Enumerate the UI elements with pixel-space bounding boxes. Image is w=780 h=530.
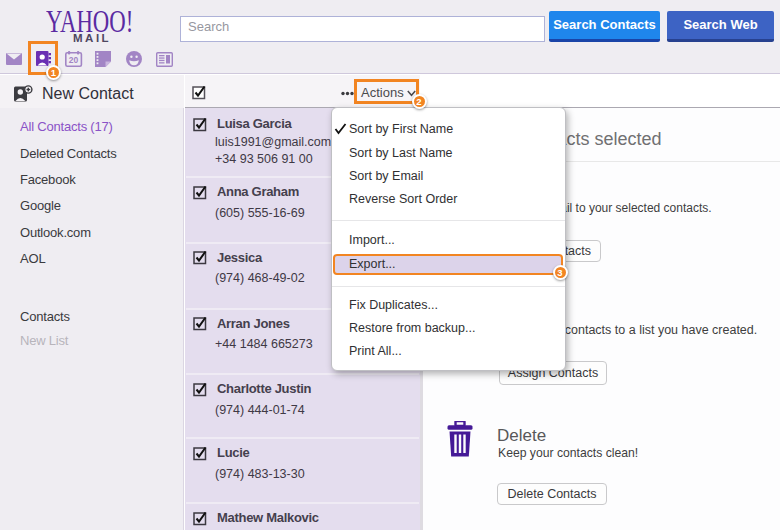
svg-text:20: 20 (69, 55, 79, 65)
